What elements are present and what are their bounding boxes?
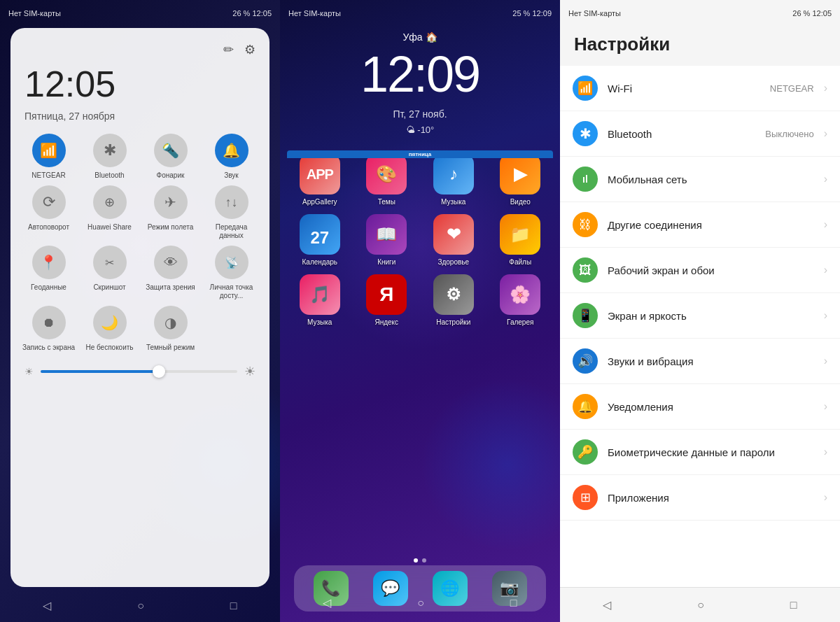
screen-record-label: Запись с экрана bbox=[22, 344, 75, 352]
control-eye-protect[interactable]: 👁 Защита зрения bbox=[143, 246, 198, 300]
app-books[interactable]: 📖 Книги bbox=[358, 214, 416, 266]
bluetooth-icon-circle: ✱ bbox=[93, 134, 127, 167]
settings-item-bluetooth[interactable]: ✱ Bluetooth Выключено › bbox=[560, 111, 840, 157]
settings2-label: Настройки bbox=[436, 318, 470, 326]
bio-chevron-icon: › bbox=[824, 446, 827, 458]
control-flight-mode[interactable]: ✈ Режим полета bbox=[143, 185, 198, 240]
carrier-label-3: Нет SIM-карты bbox=[568, 9, 621, 17]
app-files[interactable]: 📁 Файлы bbox=[491, 214, 550, 266]
settings-item-connections[interactable]: ⛓ Другие соединения › bbox=[560, 202, 840, 248]
apps-settings-name: Приложения bbox=[608, 492, 814, 504]
eye-protect-icon: 👁 bbox=[154, 246, 188, 279]
home-time-display: 12:09 bbox=[280, 45, 560, 103]
app-video[interactable]: ▶ Видео bbox=[491, 154, 550, 206]
settings-screen: Нет SIM-карты 26 % 12:05 Настройки 📶 Wi-… bbox=[560, 0, 840, 622]
settings-item-mobile[interactable]: ıl Мобильная сеть › bbox=[560, 157, 840, 202]
sound-settings-name: Звуки и вибрация bbox=[608, 355, 814, 367]
back-button-2[interactable]: ◁ bbox=[323, 596, 331, 609]
control-autorotate[interactable]: ⟳ Автоповорот bbox=[21, 185, 76, 240]
brightness-low-icon: ☀ bbox=[24, 366, 34, 377]
page-dots bbox=[280, 558, 560, 563]
apps-chevron-icon: › bbox=[824, 491, 827, 504]
flight-mode-icon: ✈ bbox=[154, 185, 188, 219]
back-button-3[interactable]: ◁ bbox=[603, 598, 611, 612]
control-dark-mode[interactable]: ◑ Темный режим bbox=[143, 306, 198, 352]
health-label: Здоровье bbox=[438, 258, 469, 266]
recents-button-3[interactable]: □ bbox=[790, 599, 797, 612]
brightness-track[interactable] bbox=[41, 370, 237, 373]
control-bluetooth[interactable]: ✱ Bluetooth bbox=[82, 134, 137, 180]
settings-item-bio[interactable]: 🔑 Биометрические данные и пароли › bbox=[560, 430, 840, 475]
app-music2[interactable]: 🎵 Музыка bbox=[290, 274, 349, 326]
books-label: Книги bbox=[377, 258, 396, 266]
files-icon: 📁 bbox=[500, 214, 540, 255]
settings-item-sound[interactable]: 🔊 Звуки и вибрация › bbox=[560, 339, 840, 384]
app-settings2[interactable]: ⚙ Настройки bbox=[424, 274, 483, 326]
notif-chevron-icon: › bbox=[824, 400, 827, 413]
app-themes[interactable]: 🎨 Темы bbox=[358, 154, 416, 206]
control-netgear[interactable]: 📶 NETGEAR bbox=[21, 134, 76, 180]
carrier-label-1: Нет SIM-карты bbox=[8, 9, 61, 17]
back-button-1[interactable]: ◁ bbox=[43, 599, 51, 612]
app-music[interactable]: ♪ Музыка bbox=[424, 154, 483, 206]
app-yandex[interactable]: Я Яндекс bbox=[358, 274, 416, 326]
screenshot-icon: ✂ bbox=[93, 246, 127, 279]
netgear-label: NETGEAR bbox=[31, 171, 65, 180]
app-health[interactable]: ❤ Здоровье bbox=[424, 214, 483, 266]
home-screen: Нет SIM-карты 25 % 12:09 Уфа 🏠 12:09 Пт,… bbox=[280, 0, 560, 622]
huawei-share-label: Huawei Share bbox=[88, 223, 132, 232]
control-hotspot[interactable]: 📡 Личная точка досту... bbox=[204, 246, 259, 300]
screenshot-label: Скриншот bbox=[93, 283, 125, 292]
recents-button-2[interactable]: □ bbox=[510, 597, 517, 609]
music-icon: ♪ bbox=[433, 154, 474, 195]
app-gallery[interactable]: 🌸 Галерея bbox=[491, 274, 550, 326]
control-screenshot[interactable]: ✂ Скриншот bbox=[82, 246, 137, 300]
brightness-control: ☀ ☀ bbox=[21, 364, 259, 379]
notif-settings-text: Уведомления bbox=[608, 401, 814, 413]
dnd-label: Не беспокоить bbox=[85, 344, 133, 352]
huawei-share-icon: ⊕ bbox=[93, 185, 127, 219]
settings-item-wifi[interactable]: 📶 Wi-Fi NETGEAR › bbox=[560, 66, 840, 111]
control-screen-record[interactable]: ⏺ Запись с экрана bbox=[21, 306, 76, 352]
control-huawei-share[interactable]: ⊕ Huawei Share bbox=[82, 185, 137, 240]
mobile-settings-text: Мобильная сеть bbox=[608, 174, 814, 185]
home-button-2[interactable]: ○ bbox=[417, 597, 424, 609]
app-appgallery[interactable]: APP AppGallery bbox=[290, 154, 349, 206]
status-right-3: 26 % 12:05 bbox=[792, 9, 832, 17]
dark-mode-label: Темный режим bbox=[146, 344, 195, 352]
settings-item-apps[interactable]: ⊞ Приложения › bbox=[560, 475, 840, 521]
geodata-icon: 📍 bbox=[32, 246, 66, 279]
control-data-transfer[interactable]: ↑↓ Передача данных bbox=[204, 185, 259, 240]
connections-chevron-icon: › bbox=[824, 218, 827, 231]
music2-icon: 🎵 bbox=[300, 274, 340, 315]
control-flashlight[interactable]: 🔦 Фонарик bbox=[143, 134, 198, 180]
books-icon: 📖 bbox=[366, 214, 407, 255]
settings-item-desktop[interactable]: 🖼 Рабочий экран и обои › bbox=[560, 248, 840, 293]
control-empty bbox=[204, 306, 259, 352]
control-sound[interactable]: 🔔 Звук bbox=[204, 134, 259, 180]
wifi-settings-text: Wi-Fi bbox=[608, 83, 760, 94]
control-dnd[interactable]: 🌙 Не беспокоить bbox=[82, 306, 137, 352]
appgallery-icon: APP bbox=[300, 154, 340, 195]
sound-settings-icon: 🔊 bbox=[573, 348, 598, 374]
settings-icon[interactable]: ⚙ bbox=[244, 42, 255, 57]
battery-label-2: 25 % bbox=[512, 9, 530, 17]
status-bar-2: Нет SIM-карты 25 % 12:09 bbox=[280, 0, 560, 27]
home-button-3[interactable]: ○ bbox=[697, 599, 704, 612]
home-button-1[interactable]: ○ bbox=[137, 600, 144, 612]
status-bar-3: Нет SIM-карты 26 % 12:05 bbox=[560, 0, 840, 27]
hotspot-label: Личная точка досту... bbox=[204, 283, 259, 300]
nav-bar-3: ◁ ○ □ bbox=[560, 587, 840, 622]
dot-1 bbox=[414, 558, 418, 563]
settings-item-screen[interactable]: 📱 Экран и яркость › bbox=[560, 293, 840, 339]
wifi-icon-circle: 📶 bbox=[32, 134, 66, 167]
edit-icon[interactable]: ✏ bbox=[223, 42, 234, 57]
app-calendar[interactable]: пятница 27 Календарь bbox=[290, 214, 349, 266]
notif-settings-name: Уведомления bbox=[608, 401, 814, 413]
control-geodata[interactable]: 📍 Геоданные bbox=[21, 246, 76, 300]
settings-item-notif[interactable]: 🔔 Уведомления › bbox=[560, 384, 840, 430]
time-label-1: 12:05 bbox=[252, 9, 272, 17]
brightness-thumb[interactable] bbox=[153, 365, 165, 378]
recents-button-1[interactable]: □ bbox=[230, 600, 237, 612]
video-icon: ▶ bbox=[500, 154, 540, 195]
